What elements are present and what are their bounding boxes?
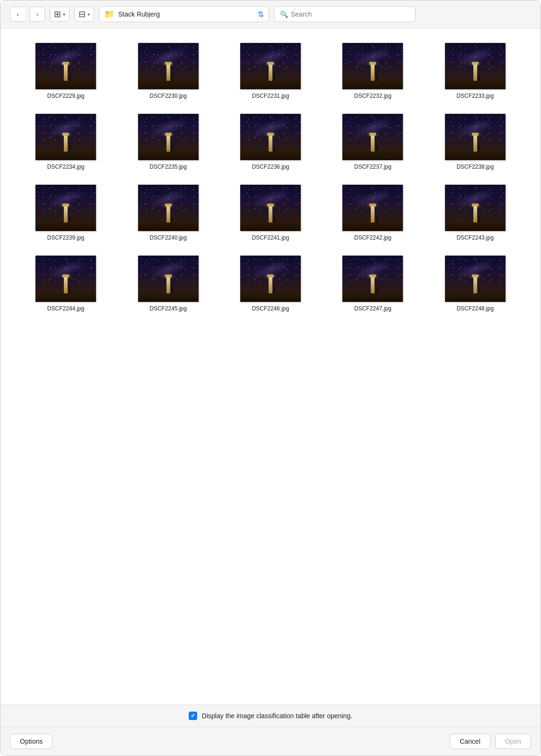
file-thumbnail [342, 43, 403, 90]
file-name: DSCF2243.jpg [456, 234, 494, 241]
file-name: DSCF2245.jpg [149, 305, 187, 312]
list-view-button[interactable]: ⊟ ▾ [74, 7, 94, 22]
list-icon: ⊟ [79, 9, 86, 19]
file-name: DSCF2231.jpg [252, 93, 289, 99]
file-item[interactable]: DSCF2229.jpg [19, 43, 112, 99]
file-thumbnail [445, 184, 506, 232]
file-thumbnail [240, 43, 301, 90]
file-item[interactable]: DSCF2233.jpg [429, 43, 522, 99]
search-input[interactable] [291, 10, 410, 18]
folder-name-label: Stack Rubjerg [118, 10, 254, 18]
file-thumbnail [138, 43, 199, 90]
file-item[interactable]: DSCF2247.jpg [326, 255, 419, 312]
file-thumbnail [35, 255, 96, 302]
back-button[interactable]: ‹ [10, 7, 25, 22]
icon-view-button[interactable]: ⊞ ▾ [50, 7, 70, 22]
bottom-bar: Display the image classification table a… [0, 704, 541, 756]
file-item[interactable]: DSCF2243.jpg [429, 184, 522, 241]
file-name: DSCF2235.jpg [149, 163, 187, 170]
forward-button[interactable]: › [30, 7, 45, 22]
options-button[interactable]: Options [10, 734, 52, 749]
file-name: DSCF2230.jpg [149, 93, 187, 99]
open-button[interactable]: Open [495, 734, 531, 749]
file-name: DSCF2234.jpg [47, 163, 85, 170]
file-name: DSCF2240.jpg [149, 234, 187, 241]
file-name: DSCF2236.jpg [252, 163, 289, 170]
file-item[interactable]: DSCF2237.jpg [326, 113, 419, 170]
action-buttons: Cancel Open [450, 734, 531, 749]
file-name: DSCF2244.jpg [47, 305, 85, 312]
file-item[interactable]: DSCF2232.jpg [326, 43, 419, 99]
file-thumbnail [35, 184, 96, 232]
file-item[interactable]: DSCF2246.jpg [224, 255, 317, 312]
file-item[interactable]: DSCF2241.jpg [224, 184, 317, 241]
file-thumbnail [240, 113, 301, 161]
grid-icon: ⊞ [54, 9, 61, 19]
location-arrows-icon: ⇅ [258, 10, 264, 19]
file-name: DSCF2241.jpg [252, 234, 289, 241]
file-item[interactable]: DSCF2244.jpg [19, 255, 112, 312]
chevron-down-icon: ▾ [87, 12, 90, 17]
checkbox-label: Display the image classification table a… [202, 712, 352, 720]
file-thumbnail [138, 255, 199, 302]
file-name: DSCF2247.jpg [354, 305, 392, 312]
classification-checkbox[interactable] [189, 712, 197, 720]
file-thumbnail [240, 255, 301, 302]
checkbox-row: Display the image classification table a… [0, 705, 541, 727]
file-thumbnail [342, 113, 403, 161]
file-thumbnail [35, 43, 96, 90]
file-thumbnail [445, 255, 506, 302]
file-thumbnail [342, 184, 403, 232]
file-item[interactable]: DSCF2230.jpg [122, 43, 214, 99]
file-thumbnail [445, 113, 506, 161]
button-row: Options Cancel Open [0, 727, 541, 756]
file-item[interactable]: DSCF2248.jpg [429, 255, 522, 312]
file-thumbnail [138, 184, 199, 232]
file-thumbnail [342, 255, 403, 302]
file-thumbnail [445, 43, 506, 90]
search-bar[interactable]: 🔍 [274, 6, 416, 22]
file-thumbnail [138, 113, 199, 161]
file-item[interactable]: DSCF2245.jpg [122, 255, 214, 312]
file-item[interactable]: DSCF2238.jpg [429, 113, 522, 170]
file-name: DSCF2242.jpg [354, 234, 392, 241]
file-thumbnail [35, 113, 96, 161]
file-name: DSCF2232.jpg [354, 93, 392, 99]
file-item[interactable]: DSCF2239.jpg [19, 184, 112, 241]
file-thumbnail [240, 184, 301, 232]
file-item[interactable]: DSCF2242.jpg [326, 184, 419, 241]
file-grid: DSCF2229.jpg DSCF2230.jpg [19, 43, 522, 312]
cancel-button[interactable]: Cancel [450, 734, 490, 749]
file-item[interactable]: DSCF2236.jpg [224, 113, 317, 170]
file-item[interactable]: DSCF2240.jpg [122, 184, 214, 241]
file-name: DSCF2246.jpg [252, 305, 289, 312]
file-name: DSCF2238.jpg [456, 163, 494, 170]
search-icon: 🔍 [280, 10, 288, 18]
location-bar[interactable]: 📁 Stack Rubjerg ⇅ [99, 6, 269, 22]
chevron-down-icon: ▾ [63, 12, 65, 17]
file-name: DSCF2248.jpg [456, 305, 494, 312]
file-item[interactable]: DSCF2235.jpg [122, 113, 214, 170]
toolbar: ‹ › ⊞ ▾ ⊟ ▾ 📁 Stack Rubjerg ⇅ 🔍 [0, 0, 541, 28]
file-name: DSCF2237.jpg [354, 163, 392, 170]
file-item[interactable]: DSCF2234.jpg [19, 113, 112, 170]
file-item[interactable]: DSCF2231.jpg [224, 43, 317, 99]
file-grid-container: DSCF2229.jpg DSCF2230.jpg [0, 28, 541, 704]
file-name: DSCF2239.jpg [47, 234, 85, 241]
file-name: DSCF2233.jpg [456, 93, 494, 99]
file-name: DSCF2229.jpg [47, 93, 85, 99]
folder-icon: 📁 [104, 9, 114, 19]
